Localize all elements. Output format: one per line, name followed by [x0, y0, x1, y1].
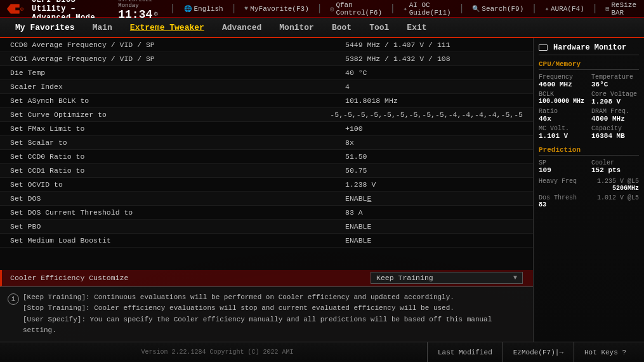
ez-mode-button[interactable]: EzMode(F7)|→ — [503, 342, 574, 362]
setting-value: 83 A — [345, 208, 523, 217]
hw-monitor-title: Hardware Monitor — [539, 43, 639, 55]
dos-thresh-label: 1.012 V @L5 — [597, 194, 639, 201]
language-selector[interactable]: 🌐 English — [181, 4, 225, 14]
qfan-control-button[interactable]: ◎ Qfan Control(F6) — [327, 0, 384, 18]
setting-name: Set DOS Current Threshold to — [10, 208, 345, 217]
setting-name: Set PBO — [10, 222, 345, 231]
cooler-efficiency-row[interactable]: Cooler Efficiency Customize Keep Trainin… — [0, 270, 533, 286]
aura-button[interactable]: ✦ AURA(F4) — [542, 4, 587, 14]
header-bar: ⚙ UEFI BIOS Utility – Advanced Mode 07/2… — [0, 0, 644, 18]
heart-icon: ♥ — [244, 5, 248, 12]
setting-value: 51.50 — [345, 152, 523, 161]
setting-name: Set OCVID to — [10, 180, 345, 189]
dram-freq-cell: DRAM Freq. 4800 MHz — [591, 108, 639, 123]
resize-bar-button[interactable]: ⊞ ReSize BAR — [603, 0, 639, 18]
setting-value: 5449 MHz / 1.407 V / 111 — [345, 41, 523, 49]
cpu-memory-title: CPU/Memory — [539, 60, 639, 70]
setting-value: 1.238 V — [345, 180, 523, 189]
setting-name: Die Temp — [10, 69, 345, 77]
v5206-label: Heavy Freq — [539, 178, 577, 185]
core-voltage-cell: Core Voltage 1.208 V — [591, 91, 639, 105]
bottom-bar: Version 2.22.1284 Copyright (C) 2022 AMI… — [0, 342, 644, 362]
setting-name: Set CCD1 Ratio to — [10, 166, 345, 175]
table-row: Set ASynch BCLK to101.8018 MHz — [0, 94, 533, 108]
hw-monitor-panel: Hardware Monitor CPU/Memory Frequency 46… — [533, 38, 644, 342]
my-favorite-button[interactable]: ♥ MyFavorite(F3) — [242, 4, 311, 14]
setting-name: Set Curve Optimizer to — [10, 111, 330, 119]
nav-advanced[interactable]: Advanced — [213, 18, 270, 37]
prediction-title: Prediction — [539, 146, 639, 156]
heavy-freq-value: 5206MHz — [612, 185, 639, 192]
capacity-cell: Capacity 16384 MB — [591, 125, 639, 140]
setting-value: 101.8018 MHz — [345, 97, 523, 105]
nav-bar: My Favorites Main Extreme Tweaker Advanc… — [0, 18, 644, 38]
nav-exit[interactable]: Exit — [398, 18, 435, 37]
setting-value: +100 — [345, 124, 523, 133]
setting-name: Set Scalar to — [10, 138, 345, 147]
nav-main[interactable]: Main — [84, 18, 121, 37]
nav-extreme-tweaker[interactable]: Extreme Tweaker — [121, 18, 213, 37]
cooler-efficiency-dropdown[interactable]: Keep Training — [371, 272, 523, 284]
hot-keys-button[interactable]: Hot Keys ? — [574, 342, 636, 362]
nav-boot[interactable]: Boot — [323, 18, 360, 37]
prediction-grid: SP 109 Cooler 152 pts — [539, 159, 639, 174]
monitor-icon — [539, 44, 548, 51]
settings-table: CCD0 Average Frequency / VID / SP5449 MH… — [0, 38, 533, 270]
nav-monitor[interactable]: Monitor — [270, 18, 323, 37]
info-icon: i — [8, 293, 19, 305]
setting-name: CCD1 Average Frequency / VID / SP — [10, 55, 345, 63]
heavy-freq-label: 1.235 V @L5 — [597, 178, 639, 185]
info-text: [Keep Training]: Continuous evaluations … — [23, 292, 525, 337]
setting-value: 4 — [345, 83, 523, 91]
v4600-label: Dos Thresh — [539, 194, 577, 201]
setting-value: 50.75 — [345, 166, 523, 175]
info-box: i [Keep Training]: Continuous evaluation… — [0, 286, 533, 342]
cpu-memory-section: CPU/Memory Frequency 4600 MHz Temperatur… — [539, 60, 639, 140]
setting-name: Set Medium Load Boostit — [10, 236, 345, 245]
temperature-cell: Temperature 36°C — [591, 74, 639, 88]
table-row: CCD1 Average Frequency / VID / SP5382 MH… — [0, 52, 533, 66]
svg-marker-0 — [7, 4, 19, 13]
table-row: Set PBOENABLE — [0, 220, 533, 234]
table-row: Set OCVID to1.238 V — [0, 178, 533, 192]
setting-name: Set CCD0 Ratio to — [10, 152, 345, 161]
setting-name: Scaler Index — [10, 83, 345, 91]
setting-name: Set DOS — [10, 194, 345, 203]
setting-value: 8x — [345, 138, 523, 147]
setting-name: Set FMax Limit to — [10, 124, 345, 133]
setting-name: CCD0 Average Frequency / VID / SP — [10, 41, 345, 49]
globe-icon: 🌐 — [184, 5, 192, 13]
time-area: 07/25/2022 Monday 11:34 ⚙ — [118, 0, 158, 20]
table-row: Set Scalar to8x — [0, 136, 533, 150]
nav-tool[interactable]: Tool — [360, 18, 398, 37]
svg-text:⚙: ⚙ — [20, 6, 24, 13]
ai-icon: ✦ — [404, 5, 407, 13]
table-row: Scaler Index4 — [0, 80, 533, 94]
last-modified-button[interactable]: Last Modified — [427, 342, 503, 362]
prediction-section: Prediction SP 109 Cooler 152 pts Heavy F… — [539, 146, 639, 208]
setting-name: Set ASynch BCLK to — [10, 97, 345, 105]
fan-icon: ◎ — [330, 5, 334, 13]
ratio-cell: Ratio 46x — [539, 108, 586, 123]
settings-gear-icon[interactable]: ⚙ — [154, 11, 158, 18]
table-row: Set Medium Load BoostitENABLE — [0, 234, 533, 248]
setting-value: 5382 MHz / 1.432 V / 108 — [345, 55, 523, 63]
frequency-cell: Frequency 4600 MHz — [539, 74, 586, 88]
table-row: Set DOS Current Threshold to83 A — [0, 206, 533, 220]
search-button[interactable]: 🔍 Search(F9) — [470, 4, 526, 14]
main-content: CCD0 Average Frequency / VID / SP5449 MH… — [0, 38, 644, 342]
setting-value: ENABLE — [345, 222, 523, 231]
aura-icon: ✦ — [545, 5, 549, 13]
setting-value: 40 °C — [345, 69, 523, 77]
v4600-value: 83 — [539, 201, 546, 208]
nav-my-favorites[interactable]: My Favorites — [6, 18, 84, 37]
cooler-efficiency-label: Cooler Efficiency Customize — [10, 274, 371, 282]
version-text: Version 2.22.1284 Copyright (C) 2022 AMI — [8, 349, 427, 356]
table-row: Set FMax Limit to+100 — [0, 122, 533, 136]
ai-oc-guide-button[interactable]: ✦ AI OC Guide(F11) — [401, 0, 454, 18]
logo-area: ⚙ — [5, 3, 25, 15]
mc-volt-cell: MC Volt. 1.101 V — [539, 125, 586, 140]
setting-value: ENABLE — [345, 194, 523, 203]
sp-cell: SP 109 — [539, 159, 586, 174]
table-row: Set CCD1 Ratio to50.75 — [0, 164, 533, 178]
